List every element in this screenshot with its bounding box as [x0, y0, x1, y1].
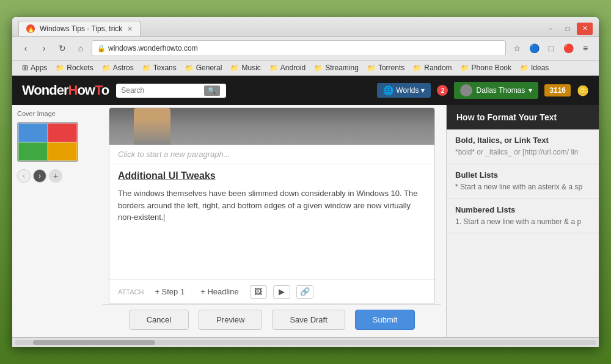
extension-icon-3[interactable]: 🔴: [561, 41, 576, 56]
bookmark-torrents[interactable]: 📁 Torrents: [364, 62, 408, 73]
logo-highlight: H: [68, 82, 77, 98]
add-headline-button[interactable]: + Headline: [196, 285, 244, 299]
format-bold-title: Bold, Italics, or Link Text: [455, 136, 590, 145]
cancel-button[interactable]: Cancel: [129, 310, 189, 330]
logo-text: Wonder: [22, 82, 68, 98]
search-input[interactable]: [121, 86, 200, 95]
window-controls: − □ ✕: [543, 23, 593, 35]
folder-icon: 📁: [520, 64, 529, 72]
search-bar[interactable]: 🔍: [116, 84, 226, 98]
worlds-label: Worlds: [396, 86, 419, 95]
format-panel-header: How to Format Your Text: [447, 105, 599, 129]
scrollbar-area: [12, 337, 599, 347]
maximize-button[interactable]: □: [560, 23, 576, 35]
bookmark-texans[interactable]: 📁 Texans: [139, 62, 180, 73]
bottom-bar: Cancel Preview Save Draft Submit: [103, 304, 441, 335]
folder-icon: 📁: [185, 64, 194, 72]
bookmark-music[interactable]: 📁 Music: [227, 62, 264, 73]
prev-thumbnail-button[interactable]: ‹: [17, 169, 31, 183]
address-bar[interactable]: 🔒 windows.wonderhowto.com: [92, 40, 506, 56]
bookmark-astros-label: Astros: [113, 64, 134, 72]
format-section-bold: Bold, Italics, or Link Text *bold* or _i…: [447, 129, 599, 164]
back-button[interactable]: ‹: [18, 41, 33, 56]
folder-icon: 📁: [102, 64, 111, 72]
step-label: + Step 1: [155, 287, 185, 296]
new-paragraph-hint[interactable]: Click to start a new paragraph...: [109, 145, 434, 164]
logo-text-2: ow: [77, 82, 95, 98]
search-button[interactable]: 🔍: [204, 86, 220, 96]
notification-count: 2: [441, 87, 445, 94]
section-title-text: Additional UI Tweaks: [118, 170, 216, 181]
bookmark-android[interactable]: 📁 Android: [266, 62, 309, 73]
extension-icon-2[interactable]: □: [544, 41, 558, 56]
bookmark-star-icon[interactable]: ☆: [510, 41, 524, 56]
logo-dot: T: [95, 82, 101, 98]
bookmark-general-label: General: [196, 64, 222, 72]
bookmark-apps-label: Apps: [31, 64, 47, 72]
thumb-cell-4: [48, 142, 77, 161]
bookmark-rockets[interactable]: 📁 Rockets: [52, 62, 97, 73]
thumbnail-nav: ‹ › +: [17, 169, 93, 183]
bookmarks-bar: ⊞ Apps 📁 Rockets 📁 Astros 📁 Texans 📁 Gen…: [12, 60, 599, 76]
editor-panel: Click to start a new paragraph... Additi…: [109, 107, 435, 304]
folder-icon: 📁: [367, 64, 376, 72]
tab-favicon: 🔥: [26, 24, 35, 33]
scrollbar-thumb[interactable]: [33, 340, 155, 345]
menu-button[interactable]: ≡: [578, 41, 593, 56]
bookmark-apps[interactable]: ⊞ Apps: [18, 62, 51, 73]
editor-toolbar: ATTACH + Step 1 + Headline 🖼 ▶: [109, 279, 434, 304]
title-bar: 🔥 Windows Tips - Tips, trick ✕ − □ ✕: [12, 17, 599, 37]
format-bold-text: *bold* or _italics_ or [http://url.com/ …: [455, 147, 590, 158]
preview-button[interactable]: Preview: [199, 310, 262, 330]
save-draft-button[interactable]: Save Draft: [272, 310, 345, 330]
scrollbar-track[interactable]: [15, 340, 596, 345]
bookmark-ideas[interactable]: 📁 Ideas: [516, 62, 552, 73]
worlds-button[interactable]: 🌐 Worlds ▾: [377, 83, 431, 98]
image-person: [134, 108, 170, 145]
reload-button[interactable]: ↻: [55, 41, 70, 56]
add-step-button[interactable]: + Step 1: [150, 285, 189, 299]
folder-icon: 📁: [230, 64, 239, 72]
home-button[interactable]: ⌂: [73, 41, 88, 56]
insert-video-button[interactable]: ▶: [273, 285, 290, 299]
bookmark-random-label: Random: [424, 64, 452, 72]
next-thumbnail-button[interactable]: ›: [33, 169, 46, 183]
content-area: WonderHowTo 🔍 🌐 Worlds ▾ 2: [12, 76, 599, 337]
browser-tab[interactable]: 🔥 Windows Tips - Tips, trick ✕: [18, 21, 141, 36]
bookmark-astros[interactable]: 📁 Astros: [98, 62, 137, 73]
apps-grid-icon: ⊞: [22, 64, 28, 72]
add-thumbnail-button[interactable]: +: [49, 169, 62, 183]
folder-icon: 📁: [142, 64, 151, 72]
site-header: WonderHowTo 🔍 🌐 Worlds ▾ 2: [12, 76, 599, 105]
minimize-button[interactable]: −: [543, 23, 558, 35]
main-body: Cover Image ‹ › +: [12, 105, 599, 337]
body-text: The windows themselves have been slimmed…: [118, 189, 417, 222]
cover-image-label: Cover Image: [17, 110, 93, 117]
insert-image-button[interactable]: 🖼: [250, 285, 267, 299]
bookmark-phonebook[interactable]: 📁 Phone Book: [457, 62, 515, 73]
left-sidebar: Cover Image ‹ › +: [12, 105, 98, 337]
submit-button[interactable]: Submit: [355, 310, 415, 330]
page-content: WonderHowTo 🔍 🌐 Worlds ▾ 2: [12, 76, 599, 337]
bookmark-rockets-label: Rockets: [67, 64, 93, 72]
user-avatar: [460, 84, 472, 96]
user-button[interactable]: Dallas Thomas ▾: [454, 82, 538, 99]
folder-icon: 📁: [314, 64, 323, 72]
headline-label: + Headline: [200, 287, 239, 296]
bookmark-general[interactable]: 📁 General: [181, 62, 226, 73]
forward-button[interactable]: ›: [37, 41, 51, 56]
section-title[interactable]: Additional UI Tweaks: [109, 164, 434, 184]
format-bullets-title: Bullet Lists: [455, 170, 590, 180]
notification-badge[interactable]: 2: [437, 85, 448, 96]
tab-close-button[interactable]: ✕: [127, 25, 133, 33]
cover-thumbnail[interactable]: [17, 122, 78, 162]
bookmark-streaming[interactable]: 📁 Streaming: [310, 62, 362, 73]
editor-body[interactable]: The windows themselves have been slimmed…: [109, 184, 434, 279]
logo-text-3: o: [101, 82, 109, 98]
extension-icon-1[interactable]: 🔵: [527, 41, 541, 56]
close-button[interactable]: ✕: [577, 23, 593, 35]
bookmark-random[interactable]: 📁 Random: [409, 62, 455, 73]
insert-link-button[interactable]: 🔗: [296, 285, 313, 299]
editor-image-area: [109, 108, 434, 145]
thumbnail-grid: [18, 123, 77, 161]
